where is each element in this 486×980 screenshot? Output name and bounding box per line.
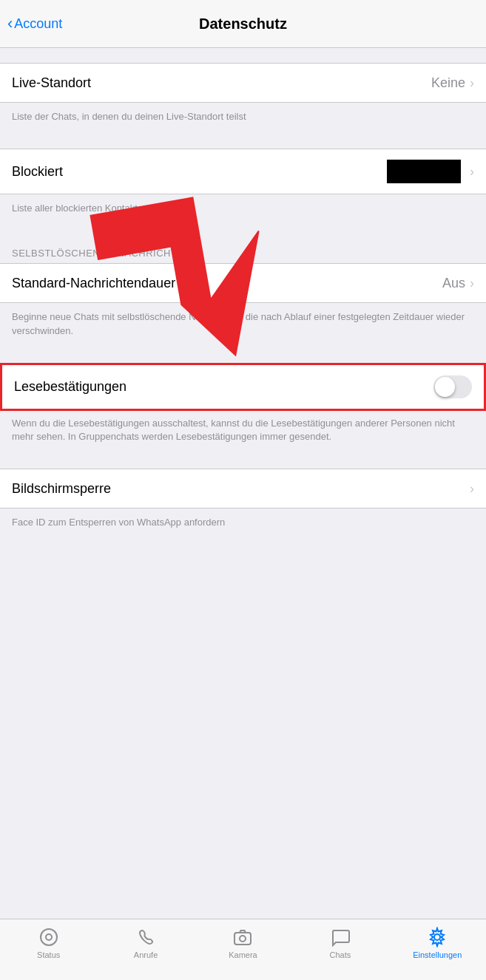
lesebestaetigung-label: Lesebestätigungen [14,379,126,395]
status-icon [38,927,59,947]
chevron-right-icon: › [470,75,474,91]
bildschirmsperre-label: Bildschirmsperre [12,481,111,497]
live-standort-label: Live-Standort [12,75,91,91]
svg-point-3 [46,934,52,940]
lesebestaetigung-footer: Wenn du die Lesebestätigungen ausschalte… [0,411,486,454]
content: Live-Standort Keine › Liste der Chats, i… [0,48,486,628]
chevron-right-icon: › [470,164,474,180]
blockiert-value: › [387,160,474,183]
tab-einstellungen[interactable]: Einstellungen [408,927,467,959]
blockiert-row[interactable]: Blockiert › [0,149,486,194]
bildschirmsperre-section: Bildschirmsperre › [0,469,486,508]
bildschirmsperre-footer: Face ID zum Entsperren von WhatsApp anfo… [0,510,486,540]
chats-icon [330,927,351,947]
status-tab-label: Status [37,950,60,959]
lesebestaetigung-section: Lesebestätigungen [0,363,486,411]
blocked-redacted-box [387,160,461,183]
back-button[interactable]: ‹ Account [7,16,62,32]
kamera-icon [232,927,253,947]
anrufe-icon [135,927,156,947]
live-standort-section: Live-Standort Keine › [0,63,486,103]
blockiert-label: Blockiert [12,164,63,180]
svg-point-2 [41,929,57,945]
blockiert-section: Blockiert › [0,149,486,194]
nav-bar: ‹ Account Datenschutz [0,0,486,48]
standard-nachrichtendauer-row[interactable]: Standard-Nachrichtendauer Aus › [0,264,486,302]
tab-anrufe[interactable]: Anrufe [116,927,175,959]
chevron-left-icon: ‹ [7,16,13,32]
tab-chats[interactable]: Chats [311,927,370,959]
lesebestaetigung-row[interactable]: Lesebestätigungen [2,365,484,409]
einstellungen-icon [427,927,448,947]
selbstloeschend-section: Standard-Nachrichtendauer Aus › [0,263,486,303]
standard-label: Standard-Nachrichtendauer [12,276,175,291]
chevron-right-icon: › [470,276,474,291]
back-label[interactable]: Account [14,16,62,32]
bildschirmsperre-row[interactable]: Bildschirmsperre › [0,469,486,508]
chevron-right-icon: › [465,481,474,497]
annotation-wrapper: Lesebestätigungen [0,363,486,411]
chats-tab-label: Chats [329,950,351,959]
svg-point-5 [240,936,246,942]
anrufe-tab-label: Anrufe [134,950,158,959]
einstellungen-tab-label: Einstellungen [413,950,462,959]
selbstloeschend-footer: Beginne neue Chats mit selbstlöschende N… [0,304,486,347]
selbstloeschend-header: SELBSTLÖSCHENDE NACHRICHTEN [0,240,486,263]
blockiert-footer: Liste aller blockierten Kontakte [0,196,486,225]
tab-kamera[interactable]: Kamera [213,927,272,959]
page-title: Datenschutz [199,16,287,33]
svg-rect-4 [234,933,251,945]
live-standort-row[interactable]: Live-Standort Keine › [0,64,486,102]
kamera-tab-label: Kamera [229,950,257,959]
svg-point-6 [434,934,440,940]
tab-status[interactable]: Status [19,927,78,959]
live-standort-footer: Liste der Chats, in denen du deinen Live… [0,104,486,134]
tab-bar: Status Anrufe Kamera Chats Einstellungen [0,919,486,980]
live-standort-value: Keine › [431,75,474,91]
toggle-knob [435,377,455,397]
lesebestaetigung-toggle[interactable] [433,375,472,398]
standard-value: Aus › [442,276,474,291]
